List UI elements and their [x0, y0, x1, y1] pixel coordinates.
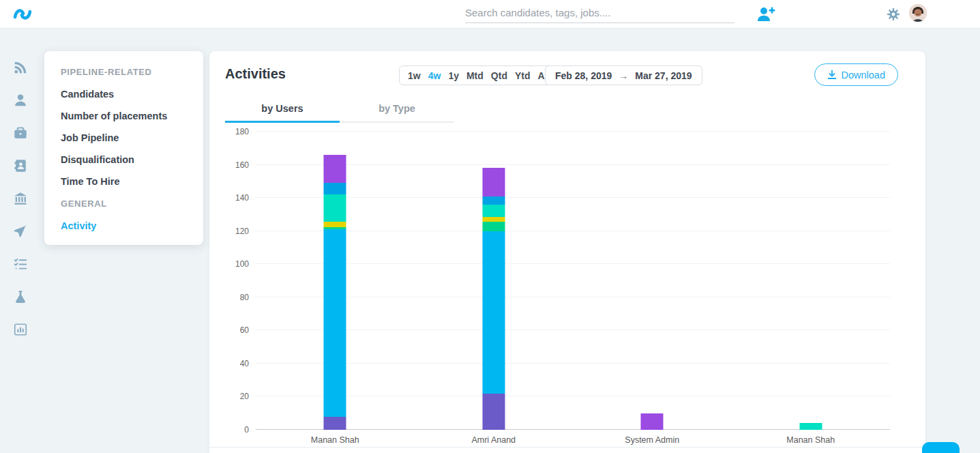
download-button[interactable]: Download [814, 63, 899, 86]
menu-item-job-pipeline[interactable]: Job Pipeline [44, 127, 203, 149]
menu-item-time-to-hire[interactable]: Time To Hire [44, 171, 203, 192]
stacked-bar-manan-shah-0[interactable] [324, 132, 346, 430]
download-label: Download [842, 70, 886, 81]
tab-by-type[interactable]: by Type [340, 96, 454, 123]
bar-segment-teal[interactable] [799, 423, 822, 430]
y-tick-label: 20 [222, 392, 249, 401]
bar-segment-indigo[interactable] [482, 394, 505, 430]
card-divider [209, 447, 925, 448]
bar-segment-yellow[interactable] [482, 217, 505, 222]
jobs-briefcase-icon[interactable] [13, 126, 28, 141]
tab-by-users[interactable]: by Users [225, 96, 340, 123]
bar-slot-2 [573, 132, 732, 430]
contacts-book-icon[interactable] [13, 158, 28, 173]
date-range-picker[interactable]: Feb 28, 2019 → Mar 27, 2019 [545, 65, 702, 85]
menu-item-disqualification[interactable]: Disqualification [44, 149, 203, 171]
stacked-bar-system-admin-2[interactable] [641, 132, 664, 430]
bar-segment-purple[interactable] [641, 413, 664, 430]
arrow-right-icon: → [619, 70, 628, 81]
bar-segment-sky-blue[interactable] [324, 229, 346, 416]
search-input[interactable] [465, 3, 734, 23]
y-tick-label: 180 [222, 127, 249, 136]
bar-segment-green[interactable] [482, 222, 505, 231]
clients-bank-icon[interactable] [13, 191, 28, 206]
download-icon [827, 70, 837, 80]
menu-item-candidates[interactable]: Candidates [44, 83, 203, 105]
chart-bars [256, 132, 890, 430]
global-search [465, 3, 734, 23]
y-tick-label: 100 [222, 259, 249, 269]
stacked-bar-amri-anand-1[interactable] [482, 132, 505, 430]
activities-chart: 020406080100120140160180 Manan ShahAmri … [209, 132, 925, 430]
feed-icon[interactable] [13, 60, 28, 75]
x-axis-label: Manan Shah [732, 435, 891, 445]
add-person-icon[interactable] [756, 5, 776, 24]
bar-segment-teal[interactable] [482, 205, 505, 217]
x-axis-label: System Admin [573, 435, 732, 445]
date-range-start: Feb 28, 2019 [555, 70, 612, 81]
bar-segment-purple[interactable] [324, 155, 346, 183]
bar-slot-3 [732, 132, 891, 430]
chart-plot: 020406080100120140160180 [256, 132, 890, 430]
bar-segment-purple[interactable] [482, 168, 505, 196]
bar-segment-indigo[interactable] [324, 417, 346, 430]
reports-menu: PIPELINE-RELATEDCandidatesNumber of plac… [44, 51, 203, 245]
menu-item-activity[interactable]: Activity [44, 215, 203, 237]
campaigns-send-icon[interactable] [13, 224, 28, 239]
y-tick-label: 140 [222, 193, 249, 203]
experiments-flask-icon[interactable] [13, 289, 28, 304]
bar-segment-sky-blue[interactable] [482, 231, 505, 394]
menu-section-header-pipeline-related: PIPELINE-RELATED [44, 61, 203, 83]
chart-x-labels: Manan ShahAmri AnandSystem AdminManan Sh… [256, 435, 890, 445]
x-axis-label: Manan Shah [256, 435, 415, 445]
time-range-1w[interactable]: 1w [408, 70, 421, 81]
bar-segment-teal[interactable] [324, 194, 346, 222]
chart-tabs: by Usersby Type [225, 96, 454, 123]
x-axis-label: Amri Anand [415, 435, 574, 445]
top-bar [0, 0, 980, 29]
y-tick-label: 80 [222, 293, 249, 302]
y-tick-label: 60 [222, 325, 249, 335]
time-range-qtd[interactable]: Qtd [491, 70, 507, 81]
nav-rail [0, 29, 41, 453]
chat-widget-button[interactable] [922, 442, 960, 453]
time-range-selector: 1w4w1yMtdQtdYtdAll [399, 65, 559, 85]
activities-card: Activities 1w4w1yMtdQtdYtdAll Feb 28, 20… [209, 51, 925, 453]
reports-chart-icon[interactable] [13, 322, 28, 337]
menu-section-header-general: GENERAL [44, 192, 203, 215]
y-tick-label: 0 [222, 425, 249, 435]
gear-icon[interactable] [886, 7, 901, 22]
bar-segment-yellow[interactable] [324, 222, 346, 227]
app-logo[interactable] [12, 4, 33, 25]
y-tick-label: 120 [222, 227, 249, 236]
bar-segment-blue[interactable] [324, 183, 346, 194]
time-range-1y[interactable]: 1y [448, 70, 459, 81]
menu-item-number-of-placements[interactable]: Number of placements [44, 105, 203, 127]
user-avatar[interactable] [909, 4, 927, 22]
time-range-ytd[interactable]: Ytd [515, 70, 531, 81]
bar-slot-1 [415, 132, 574, 430]
tasks-checklist-icon[interactable] [13, 257, 28, 272]
page-title: Activities [225, 66, 286, 82]
bar-segment-blue[interactable] [482, 196, 505, 205]
date-range-end: Mar 27, 2019 [635, 70, 692, 81]
y-tick-label: 160 [222, 160, 249, 170]
time-range-4w[interactable]: 4w [428, 70, 441, 81]
y-tick-label: 40 [222, 359, 249, 368]
stacked-bar-manan-shah-3[interactable] [799, 132, 822, 430]
time-range-mtd[interactable]: Mtd [466, 70, 484, 81]
candidates-icon[interactable] [13, 93, 28, 108]
bar-slot-0 [256, 132, 415, 430]
